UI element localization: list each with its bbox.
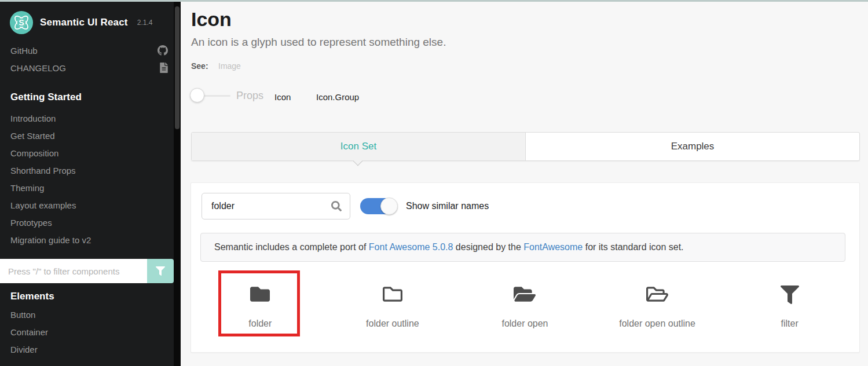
sidebar-link-changelog[interactable]: CHANGELOG: [0, 59, 181, 76]
sidebar-item-composition[interactable]: Composition: [0, 145, 181, 162]
font-awesome-message: Semantic includes a complete port of Fon…: [200, 233, 845, 262]
window-top-edge: [0, 0, 868, 2]
semantic-ui-react-logo-icon: S: [9, 10, 34, 35]
file-icon: [160, 63, 168, 73]
sidebar-item-theming[interactable]: Theming: [0, 180, 181, 197]
icon-result-label: folder open outline: [619, 319, 695, 329]
see-link-image[interactable]: Image: [218, 61, 241, 71]
icon-result-folder-open[interactable]: folder open: [459, 272, 591, 337]
filter-icon: [781, 282, 799, 304]
icon-result-filter[interactable]: filter: [723, 272, 856, 337]
icon-result-label: folder open: [501, 319, 548, 329]
icon-result-label: folder outline: [366, 319, 419, 329]
show-similar-names-label: Show similar names: [406, 201, 489, 211]
sidebar-item-prototypes[interactable]: Prototypes: [0, 214, 181, 232]
folder-icon: [250, 282, 270, 304]
tab-icon-set[interactable]: Icon Set: [192, 133, 526, 160]
toggle-knob: [380, 197, 398, 215]
brand-version: 2.1.4: [137, 19, 153, 27]
props-nav-icon-group[interactable]: Icon.Group: [316, 92, 359, 102]
props-slider-knob[interactable]: [190, 88, 204, 103]
component-filter: [0, 259, 174, 283]
icon-result-label: filter: [781, 319, 799, 329]
sidebar: S Semantic UI React 2.1.4 GitHub CHANGEL…: [0, 2, 181, 366]
sidebar-item-introduction[interactable]: Introduction: [0, 110, 181, 127]
sidebar-link-github[interactable]: GitHub: [0, 42, 181, 59]
brand-link[interactable]: S Semantic UI React 2.1.4: [9, 9, 171, 36]
search-icon: [331, 201, 342, 211]
font-awesome-link[interactable]: FontAwesome: [523, 242, 583, 252]
changelog-link-label: CHANGELOG: [10, 63, 66, 73]
icon-result-label: folder: [248, 319, 272, 329]
show-similar-names-toggle[interactable]: [360, 198, 397, 214]
icon-search-box: [202, 193, 350, 219]
icon-result-folder[interactable]: folder: [194, 272, 327, 337]
props-nav-icon[interactable]: Icon: [274, 92, 291, 102]
sidebar-scrollbar-track: [174, 2, 181, 366]
sidebar-item-divider[interactable]: Divider: [0, 341, 181, 358]
folder-outline-icon: [383, 282, 402, 304]
message-text: Semantic includes a complete port of: [214, 242, 369, 252]
see-label: See:: [191, 61, 208, 71]
github-icon: [158, 45, 168, 56]
sidebar-item-shorthand-props[interactable]: Shorthand Props: [0, 162, 181, 180]
sidebar-item-container[interactable]: Container: [0, 324, 181, 341]
component-filter-button[interactable]: [147, 259, 174, 283]
filter-funnel-icon: [156, 266, 165, 276]
sidebar-section-getting-started: Getting Started: [0, 91, 181, 104]
folder-open-icon: [514, 282, 536, 304]
tab-examples[interactable]: Examples: [526, 133, 859, 160]
component-filter-input[interactable]: [0, 259, 147, 283]
font-awesome-version-link[interactable]: Font Awesome 5.0.8: [369, 242, 453, 252]
github-link-label: GitHub: [10, 46, 38, 56]
page-title: Icon: [191, 8, 232, 31]
tab-bar: Icon Set Examples: [191, 132, 860, 161]
sidebar-scrollbar-thumb[interactable]: [175, 6, 180, 129]
brand-title: Semantic UI React: [40, 17, 128, 28]
icon-results-grid: folder folder outline folder open folder…: [194, 272, 856, 337]
sidebar-item-get-started[interactable]: Get Started: [0, 127, 181, 145]
semantic-ui-react-docs-page: S Semantic UI React 2.1.4 GitHub CHANGEL…: [0, 0, 868, 366]
sidebar-item-button[interactable]: Button: [0, 306, 181, 324]
icon-search-input[interactable]: [202, 201, 331, 211]
icon-result-folder-outline[interactable]: folder outline: [327, 272, 459, 337]
props-slider-label: Props: [236, 90, 263, 102]
sidebar-item-layout-examples[interactable]: Layout examples: [0, 197, 181, 214]
svg-text:S: S: [19, 18, 24, 27]
sidebar-item-migration-guide[interactable]: Migration guide to v2: [0, 232, 181, 249]
page-subtitle: An icon is a glyph used to represent som…: [191, 36, 446, 49]
icon-result-folder-open-outline[interactable]: folder open outline: [591, 272, 724, 337]
folder-open-outline-icon: [646, 282, 668, 304]
sidebar-section-elements: Elements: [0, 290, 181, 303]
